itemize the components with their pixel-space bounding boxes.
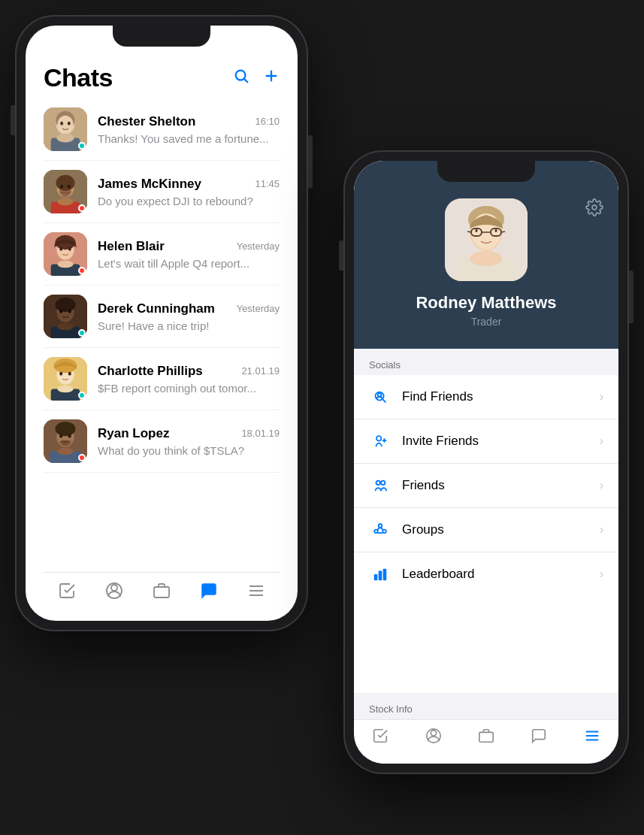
svg-point-43 xyxy=(59,434,62,438)
svg-point-36 xyxy=(59,372,62,376)
chat-name-row: Charlotte Phillips 21.01.19 xyxy=(98,364,280,379)
nav-menu[interactable] xyxy=(247,582,265,600)
svg-point-16 xyxy=(68,185,71,189)
svg-point-25 xyxy=(57,261,73,268)
svg-point-22 xyxy=(59,247,62,251)
nav-right-chats[interactable] xyxy=(531,728,547,744)
nav-portfolio[interactable] xyxy=(153,582,171,600)
chevron-icon: › xyxy=(600,567,603,581)
svg-point-15 xyxy=(60,185,63,189)
left-notch xyxy=(113,26,210,47)
nav-right-profile[interactable] xyxy=(425,728,442,744)
svg-rect-49 xyxy=(154,587,169,598)
chat-item[interactable]: Derek Cunningham Yesterday Sure! Have a … xyxy=(44,286,280,348)
chat-info: Ryan Lopez 18.01.19 What do you think of… xyxy=(98,426,280,457)
svg-line-79 xyxy=(380,528,383,530)
menu-item-groups[interactable]: Groups › xyxy=(354,508,618,552)
left-screen: Chats xyxy=(26,26,298,621)
avatar-wrap xyxy=(44,232,87,276)
avatar-wrap xyxy=(44,419,87,463)
chat-info: Chester Shelton 16:10 Thanks! You saved … xyxy=(98,114,280,145)
search-icon[interactable] xyxy=(233,68,249,89)
menu-list: Find Friends › Invite Friends › xyxy=(354,375,618,693)
nav-right-menu[interactable] xyxy=(584,728,600,744)
chat-preview: $FB report comingh out tomor... xyxy=(98,382,280,395)
svg-line-78 xyxy=(377,528,380,530)
right-notch xyxy=(437,161,535,182)
groups-label: Groups xyxy=(402,522,600,537)
svg-point-75 xyxy=(379,524,382,528)
svg-point-11 xyxy=(56,134,74,143)
chat-name: James McKinney xyxy=(98,177,201,192)
chevron-icon: › xyxy=(600,434,603,448)
section-label-socials: Socials xyxy=(354,349,618,375)
svg-line-1 xyxy=(244,79,247,82)
left-header: Chats xyxy=(44,63,280,92)
svg-point-74 xyxy=(381,481,385,486)
chat-name-row: Ryan Lopez 18.01.19 xyxy=(98,426,280,441)
chat-item[interactable]: James McKinney 11:45 Do you expect DJI t… xyxy=(44,161,280,223)
svg-point-63 xyxy=(476,229,478,232)
status-dot xyxy=(78,267,86,274)
leaderboard-label: Leaderboard xyxy=(402,567,600,582)
chat-name-row: James McKinney 11:45 xyxy=(98,177,280,192)
status-dot xyxy=(78,204,86,212)
chat-time: 11:45 xyxy=(255,178,280,189)
profile-title: Trader xyxy=(471,316,502,328)
chat-time: 18.01.19 xyxy=(241,428,280,439)
chat-time: 16:10 xyxy=(255,116,280,127)
svg-point-14 xyxy=(56,175,74,191)
svg-point-7 xyxy=(57,116,73,135)
chat-item[interactable]: Helen Blair Yesterday Let's wait till Ap… xyxy=(44,223,280,286)
chat-item[interactable]: Chester Shelton 16:10 Thanks! You saved … xyxy=(44,98,280,161)
svg-point-23 xyxy=(68,247,71,251)
svg-point-28 xyxy=(55,298,75,312)
nav-right-portfolio[interactable] xyxy=(478,728,494,744)
chat-info: Derek Cunningham Yesterday Sure! Have a … xyxy=(98,301,280,332)
chat-time: Yesterday xyxy=(237,241,280,252)
chat-name-row: Derek Cunningham Yesterday xyxy=(98,301,280,316)
find-friends-icon xyxy=(369,386,392,408)
nav-right-tasks[interactable] xyxy=(372,728,389,744)
svg-point-73 xyxy=(376,481,381,486)
chat-time: 21.01.19 xyxy=(241,365,280,377)
status-dot xyxy=(78,329,86,337)
friends-label: Friends xyxy=(402,478,600,493)
chat-preview: Thanks! You saved me a fortune... xyxy=(98,132,280,145)
menu-item-invite-friends[interactable]: Invite Friends › xyxy=(354,419,618,464)
avatar-wrap xyxy=(44,357,87,401)
settings-icon[interactable] xyxy=(585,198,603,221)
svg-point-18 xyxy=(57,198,73,206)
svg-rect-81 xyxy=(374,574,378,580)
menu-item-leaderboard[interactable]: Leaderboard › xyxy=(354,552,618,596)
menu-item-friends[interactable]: Friends › xyxy=(354,464,618,508)
profile-avatar xyxy=(445,198,528,281)
chat-name-row: Helen Blair Yesterday xyxy=(98,239,280,254)
nav-profile[interactable] xyxy=(105,582,123,600)
chat-item[interactable]: Charlotte Phillips 21.01.19 $FB report c… xyxy=(44,348,280,410)
chat-name: Derek Cunningham xyxy=(98,301,215,316)
leaderboard-icon xyxy=(369,563,392,585)
svg-point-37 xyxy=(68,372,71,376)
avatar-wrap xyxy=(44,295,87,338)
svg-line-68 xyxy=(382,399,385,402)
svg-rect-82 xyxy=(379,570,382,580)
svg-rect-86 xyxy=(479,732,493,742)
chat-preview: Do you expect DJI to rebound? xyxy=(98,195,280,207)
chat-info: Charlotte Phillips 21.01.19 $FB report c… xyxy=(98,364,280,395)
add-icon[interactable] xyxy=(263,68,280,89)
chat-name: Charlotte Phillips xyxy=(98,364,203,379)
chevron-icon: › xyxy=(600,479,603,492)
left-phone: Chats xyxy=(15,15,308,631)
svg-point-30 xyxy=(68,310,71,313)
header-icons xyxy=(233,68,280,89)
page-title: Chats xyxy=(44,63,113,92)
svg-point-84 xyxy=(431,731,436,736)
svg-point-69 xyxy=(378,393,382,397)
chat-item[interactable]: Ryan Lopez 18.01.19 What do you think of… xyxy=(44,410,280,473)
invite-friends-icon xyxy=(369,430,392,452)
menu-item-find-friends[interactable]: Find Friends › xyxy=(354,375,618,419)
nav-chats[interactable] xyxy=(200,582,218,600)
svg-point-70 xyxy=(376,436,381,440)
nav-tasks[interactable] xyxy=(58,582,76,600)
